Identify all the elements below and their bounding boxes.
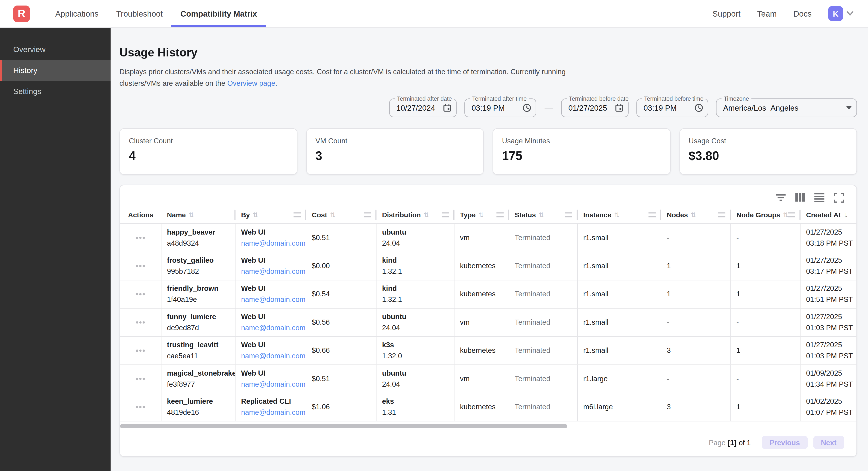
email-link[interactable]: name@domain.com bbox=[241, 351, 306, 362]
header-cell-by[interactable]: By ⇅ bbox=[236, 206, 306, 223]
instance-cell: r1.small bbox=[578, 281, 661, 308]
sidebar-item-overview[interactable]: Overview bbox=[0, 39, 111, 60]
sidebar-item-history[interactable]: History bbox=[0, 60, 111, 81]
column-menu-icon[interactable] bbox=[648, 212, 656, 217]
h-scrollbar-thumb[interactable] bbox=[120, 424, 567, 428]
actions-cell bbox=[120, 393, 161, 421]
tab-compatibility-matrix[interactable]: Compatibility Matrix bbox=[172, 0, 266, 27]
table-row: friendly_brown1f40a19e Web UIname@domain… bbox=[120, 281, 857, 308]
header-cell-distribution[interactable]: Distribution ⇅ bbox=[376, 206, 454, 223]
terminated-after-time-field[interactable]: Terminated after time 03:19 PM bbox=[464, 98, 536, 117]
next-button[interactable]: Next bbox=[813, 436, 844, 449]
calendar-icon[interactable] bbox=[443, 104, 452, 112]
email-link[interactable]: name@domain.com bbox=[241, 379, 306, 390]
terminated-before-time-field[interactable]: Terminated before time 03:19 PM bbox=[636, 98, 708, 117]
clock-icon[interactable] bbox=[694, 104, 703, 112]
header-cell-nodes[interactable]: Nodes ⇅ bbox=[661, 206, 731, 223]
tab-troubleshoot[interactable]: Troubleshoot bbox=[107, 0, 172, 27]
email-link[interactable]: name@domain.com bbox=[241, 266, 306, 277]
previous-button[interactable]: Previous bbox=[762, 436, 808, 449]
node-groups-cell: - bbox=[731, 365, 801, 393]
sort-icon[interactable]: ⇅ bbox=[424, 211, 429, 219]
timezone-select[interactable]: Timezone America/Los_Angeles bbox=[716, 98, 857, 117]
sort-icon[interactable]: ⇅ bbox=[253, 211, 258, 219]
header-cell-status[interactable]: Status ⇅ bbox=[509, 206, 578, 223]
cost-cell: $0.51 bbox=[306, 224, 377, 252]
filter-icon[interactable] bbox=[775, 192, 786, 203]
column-menu-icon[interactable] bbox=[788, 212, 795, 217]
more-options-button[interactable] bbox=[134, 375, 147, 383]
dropdown-arrow-icon[interactable] bbox=[846, 106, 852, 110]
status-cell: Terminated bbox=[509, 252, 578, 280]
email-link[interactable]: name@domain.com bbox=[241, 407, 306, 418]
clock-icon[interactable] bbox=[523, 104, 531, 112]
column-menu-icon[interactable] bbox=[293, 212, 301, 217]
node-groups-cell: 1 bbox=[731, 337, 801, 364]
more-options-button[interactable] bbox=[134, 346, 147, 355]
sidebar-item-settings[interactable]: Settings bbox=[0, 81, 111, 101]
node-groups-cell: 1 bbox=[731, 252, 801, 280]
user-menu[interactable]: K bbox=[828, 6, 854, 21]
distribution-cell: kind1.32.1 bbox=[376, 281, 454, 308]
sort-icon[interactable]: ⇅ bbox=[189, 211, 194, 219]
pagination-label: Page bbox=[709, 438, 726, 447]
email-link[interactable]: name@domain.com bbox=[241, 294, 306, 305]
sort-icon[interactable]: ⇅ bbox=[691, 211, 696, 219]
by-cell: Web UIname@domain.com bbox=[236, 224, 306, 252]
page-description: Displays prior clusters/VMs and their as… bbox=[119, 66, 567, 89]
density-icon[interactable] bbox=[814, 192, 825, 203]
cost-cell: $0.51 bbox=[306, 365, 377, 393]
header-cell-created-at[interactable]: Created At ↓ bbox=[801, 206, 856, 223]
instance-cell: r1.small bbox=[578, 224, 661, 252]
stat-card-cluster-count: Cluster Count 4 bbox=[119, 128, 297, 175]
nav-link-team[interactable]: Team bbox=[757, 9, 777, 18]
distribution-cell: ubuntu24.04 bbox=[376, 308, 454, 336]
nav-right: Support Team Docs K bbox=[713, 0, 868, 27]
header-cell-cost[interactable]: Cost ⇅ bbox=[306, 206, 377, 223]
sort-icon[interactable]: ⇅ bbox=[538, 211, 544, 219]
stat-card-usage-minutes: Usage Minutes 175 bbox=[493, 128, 670, 175]
more-options-button[interactable] bbox=[134, 318, 147, 327]
email-link[interactable]: name@domain.com bbox=[241, 322, 306, 333]
column-menu-icon[interactable] bbox=[496, 212, 503, 217]
name-cell: frosty_galileo995b7182 bbox=[161, 252, 236, 280]
avatar[interactable]: K bbox=[828, 6, 843, 21]
column-menu-icon[interactable] bbox=[364, 212, 371, 217]
column-menu-icon[interactable] bbox=[718, 212, 725, 217]
header-cell-name[interactable]: Name ⇅ bbox=[161, 206, 236, 223]
more-options-button[interactable] bbox=[134, 290, 147, 298]
instance-cell: r1.small bbox=[578, 252, 661, 280]
horizontal-scrollbar bbox=[120, 421, 857, 431]
nodes-cell: 3 bbox=[661, 337, 731, 364]
columns-icon[interactable] bbox=[795, 192, 806, 203]
nav-link-support[interactable]: Support bbox=[713, 9, 741, 18]
sort-icon[interactable]: ⇅ bbox=[614, 211, 620, 219]
more-options-button[interactable] bbox=[134, 403, 147, 411]
more-options-button[interactable] bbox=[134, 233, 147, 242]
sort-icon[interactable]: ⇅ bbox=[330, 211, 335, 219]
by-cell: Web UIname@domain.com bbox=[236, 252, 306, 280]
more-options-button[interactable] bbox=[134, 262, 147, 270]
nav-link-docs[interactable]: Docs bbox=[793, 9, 812, 18]
header-cell-instance[interactable]: Instance ⇅ bbox=[578, 206, 661, 223]
created-at-cell: 01/27/202501:03 PM PST bbox=[801, 308, 856, 336]
fullscreen-icon[interactable] bbox=[833, 192, 844, 203]
sort-desc-icon[interactable]: ↓ bbox=[844, 211, 848, 219]
tab-applications[interactable]: Applications bbox=[46, 0, 107, 27]
app-logo[interactable]: R bbox=[13, 5, 30, 22]
terminated-before-date-field[interactable]: Terminated before date 01/27/2025 bbox=[561, 98, 629, 117]
header-cell-type[interactable]: Type ⇅ bbox=[455, 206, 509, 223]
overview-page-link[interactable]: Overview page bbox=[227, 79, 275, 87]
screen: R Applications Troubleshoot Compatibilit… bbox=[0, 0, 868, 471]
header-cell-node-groups[interactable]: Node Groups ⇅ bbox=[731, 206, 801, 223]
table-header-row: Actions Name ⇅ By ⇅ Cost bbox=[120, 206, 857, 224]
terminated-after-date-field[interactable]: Terminated after date 10/27/2024 bbox=[389, 98, 457, 117]
column-menu-icon[interactable] bbox=[442, 212, 449, 217]
email-link[interactable]: name@domain.com bbox=[241, 238, 306, 249]
pagination: Page [1] of 1 Previous Next bbox=[120, 436, 857, 449]
top-nav: R Applications Troubleshoot Compatibilit… bbox=[0, 0, 868, 28]
type-cell: kubernetes bbox=[455, 252, 509, 280]
column-menu-icon[interactable] bbox=[565, 212, 572, 217]
sort-icon[interactable]: ⇅ bbox=[478, 211, 484, 219]
calendar-icon[interactable] bbox=[615, 104, 624, 112]
